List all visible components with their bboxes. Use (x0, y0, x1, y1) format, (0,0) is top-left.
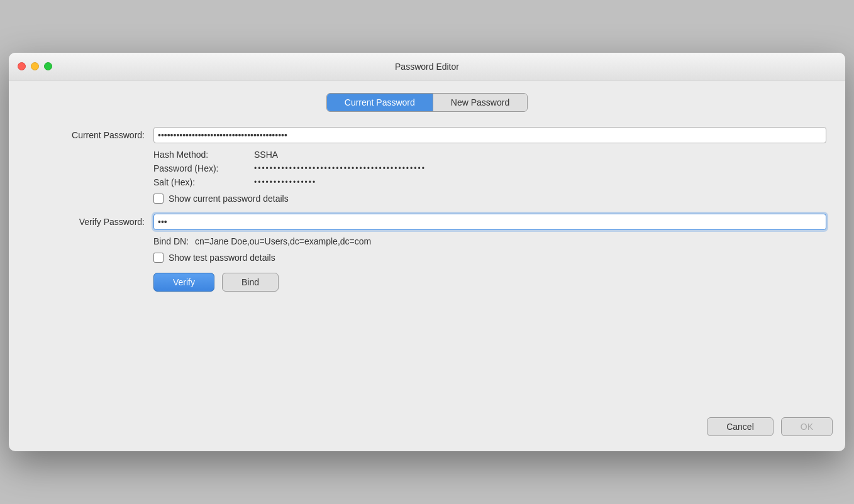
show-current-password-checkbox[interactable] (153, 194, 164, 204)
password-hex-row: Password (Hex): ••••••••••••••••••••••••… (153, 163, 826, 173)
minimize-button[interactable] (31, 62, 39, 70)
hash-method-row: Hash Method: SSHA (153, 150, 826, 160)
maximize-button[interactable] (44, 62, 52, 70)
verify-button[interactable]: Verify (153, 273, 214, 292)
traffic-lights (18, 62, 52, 70)
tab-bar: Current Password New Password (21, 93, 833, 112)
tab-group: Current Password New Password (326, 93, 528, 112)
action-buttons: Verify Bind (153, 273, 826, 292)
verify-password-label: Verify Password: (28, 217, 153, 227)
bind-dn-row: Bind DN: cn=Jane Doe,ou=Users,dc=example… (153, 236, 826, 246)
hash-method-key: Hash Method: (153, 150, 254, 160)
info-block: Hash Method: SSHA Password (Hex): ••••••… (153, 150, 826, 187)
ok-button[interactable]: OK (781, 417, 833, 436)
footer: Cancel OK (9, 405, 845, 451)
password-editor-window: Password Editor Current Password New Pas… (9, 53, 845, 451)
titlebar: Password Editor (9, 53, 845, 80)
show-test-password-row: Show test password details (153, 253, 826, 263)
tab-new-password[interactable]: New Password (433, 94, 527, 111)
salt-hex-row: Salt (Hex): •••••••••••••••• (153, 177, 826, 187)
close-button[interactable] (18, 62, 26, 70)
current-password-label: Current Password: (28, 130, 153, 140)
cancel-button[interactable]: Cancel (707, 417, 774, 436)
password-hex-value: ••••••••••••••••••••••••••••••••••••••••… (254, 164, 426, 173)
password-hex-key: Password (Hex): (153, 163, 254, 173)
salt-hex-key: Salt (Hex): (153, 177, 254, 187)
bind-dn-key: Bind DN: (153, 236, 189, 246)
form-area: Current Password: Hash Method: SSHA Pass… (21, 127, 833, 292)
hash-method-value: SSHA (254, 150, 278, 160)
current-password-input[interactable] (153, 127, 826, 143)
tab-current-password[interactable]: Current Password (327, 94, 433, 111)
show-test-password-checkbox[interactable] (153, 253, 164, 263)
verify-password-input[interactable] (153, 214, 826, 230)
show-test-password-label: Show test password details (169, 253, 275, 263)
salt-hex-value: •••••••••••••••• (254, 178, 316, 187)
current-password-row: Current Password: (28, 127, 826, 143)
verify-password-row: Verify Password: (28, 214, 826, 230)
window-content: Current Password New Password Current Pa… (9, 80, 845, 304)
window-title: Password Editor (395, 62, 459, 72)
bind-button[interactable]: Bind (222, 273, 279, 292)
bind-dn-value: cn=Jane Doe,ou=Users,dc=example,dc=com (195, 236, 371, 246)
show-current-password-row: Show current password details (153, 194, 826, 204)
show-current-password-label: Show current password details (169, 194, 289, 204)
